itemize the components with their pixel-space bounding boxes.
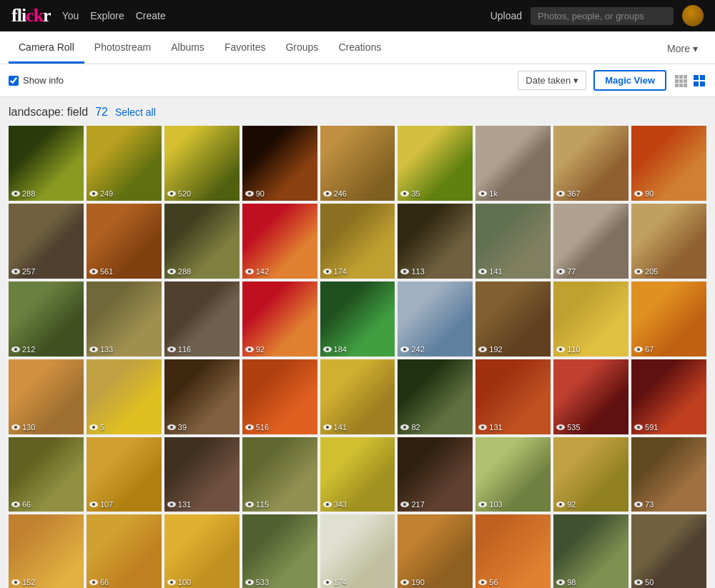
photo-item[interactable]: 90 [242, 126, 317, 201]
eye-icon [634, 347, 643, 352]
photo-item[interactable]: 174 [320, 204, 395, 279]
photo-item[interactable]: 217 [398, 437, 473, 512]
upload-button[interactable]: Upload [490, 10, 522, 21]
eye-icon [478, 502, 487, 507]
photo-item[interactable]: 142 [242, 204, 317, 279]
photo-view-count: 246 [323, 189, 347, 198]
photo-item[interactable]: 130 [9, 359, 84, 434]
photo-item[interactable]: 103 [475, 437, 551, 512]
photo-item[interactable]: 115 [242, 437, 317, 512]
photo-item[interactable]: 205 [631, 204, 706, 279]
photo-item[interactable]: 66 [9, 437, 84, 512]
photo-item[interactable]: 141 [320, 359, 395, 434]
photo-item[interactable]: 107 [87, 437, 162, 512]
photo-item[interactable]: 190 [398, 514, 473, 588]
small-grid-view-button[interactable] [674, 74, 688, 88]
photo-view-count: 288 [11, 189, 35, 198]
photo-item[interactable]: 5 [87, 359, 162, 434]
create-link[interactable]: Create [136, 10, 166, 21]
photo-item[interactable]: 152 [9, 514, 84, 588]
photo-view-count: 533 [245, 578, 269, 587]
photo-item[interactable]: 131 [475, 359, 551, 434]
photo-item[interactable]: 133 [87, 281, 162, 357]
photo-item[interactable]: 92 [242, 281, 317, 357]
you-link[interactable]: You [62, 10, 79, 21]
photo-item[interactable]: 288 [164, 204, 240, 279]
tab-photostream[interactable]: Photostream [84, 31, 161, 64]
photo-view-count: 115 [245, 500, 269, 509]
photo-item[interactable]: 520 [164, 126, 240, 201]
photo-item[interactable]: 90 [631, 126, 706, 201]
eye-icon [556, 191, 565, 196]
flickr-logo[interactable]: flickr [11, 5, 51, 26]
photo-item[interactable]: 561 [87, 204, 162, 279]
photo-view-count: 35 [400, 189, 420, 198]
tab-creations[interactable]: Creations [328, 31, 391, 64]
photo-item[interactable]: 50 [631, 514, 706, 588]
photo-view-count: 98 [556, 578, 576, 587]
photo-item[interactable]: 77 [553, 204, 628, 279]
date-taken-label: Date taken [526, 75, 571, 86]
photo-view-count: 367 [556, 189, 580, 198]
eye-icon [323, 269, 332, 274]
photo-item[interactable]: 174 [320, 514, 395, 588]
photo-item[interactable]: 212 [9, 281, 84, 357]
photo-item[interactable]: 110 [553, 281, 628, 357]
photo-item[interactable]: 67 [631, 281, 706, 357]
photo-item[interactable]: 533 [242, 514, 317, 588]
photo-item[interactable]: 288 [9, 126, 84, 201]
photo-item[interactable]: 141 [475, 204, 551, 279]
photo-view-count: 516 [245, 423, 269, 432]
photo-item[interactable]: 66 [87, 514, 162, 588]
avatar[interactable] [682, 5, 704, 26]
photo-item[interactable]: 242 [398, 281, 473, 357]
eye-icon [634, 191, 643, 196]
gallery-count: 72 [95, 106, 108, 119]
photo-item[interactable]: 367 [553, 126, 628, 201]
photo-item[interactable]: 246 [320, 126, 395, 201]
explore-link[interactable]: Explore [90, 10, 124, 21]
photo-item[interactable]: 343 [320, 437, 395, 512]
photo-item[interactable]: 100 [164, 514, 240, 588]
photo-item[interactable]: 39 [164, 359, 240, 434]
photo-item[interactable]: 249 [87, 126, 162, 201]
photo-view-count: 77 [556, 267, 576, 276]
show-info-checkbox[interactable] [9, 76, 19, 86]
photo-item[interactable]: 98 [553, 514, 628, 588]
tab-groups[interactable]: Groups [275, 31, 328, 64]
photo-view-count: 343 [323, 500, 347, 509]
search-input[interactable] [531, 7, 674, 25]
photo-item[interactable]: 73 [631, 437, 706, 512]
photo-item[interactable]: 591 [631, 359, 706, 434]
select-all-link[interactable]: Select all [115, 106, 156, 118]
photo-item[interactable]: 535 [553, 359, 628, 434]
toolbar-right: Date taken ▾ Magic View [518, 70, 706, 91]
more-button[interactable]: More ▾ [659, 33, 706, 63]
svg-rect-2 [684, 75, 687, 79]
photo-item[interactable]: 116 [164, 281, 240, 357]
photo-item[interactable]: 82 [398, 359, 473, 434]
date-taken-button[interactable]: Date taken ▾ [518, 71, 586, 90]
photo-item[interactable]: 92 [553, 437, 628, 512]
eye-icon [245, 502, 254, 507]
photo-item[interactable]: 35 [398, 126, 473, 201]
photo-item[interactable]: 184 [320, 281, 395, 357]
large-grid-view-button[interactable] [692, 74, 706, 88]
eye-icon [478, 347, 487, 352]
tab-camera-roll[interactable]: Camera Roll [9, 31, 84, 64]
photo-view-count: 192 [478, 345, 502, 354]
show-info-toggle[interactable]: Show info [9, 75, 64, 86]
tab-favorites[interactable]: Favorites [214, 31, 276, 64]
magic-view-button[interactable]: Magic View [593, 70, 666, 91]
tab-albums[interactable]: Albums [161, 31, 214, 64]
photo-item[interactable]: 192 [475, 281, 551, 357]
photo-item[interactable]: 516 [242, 359, 317, 434]
photo-view-count: 103 [478, 500, 502, 509]
photo-item[interactable]: 113 [398, 204, 473, 279]
more-label: More [667, 43, 690, 54]
photo-item[interactable]: 257 [9, 204, 84, 279]
eye-icon [478, 424, 487, 430]
photo-item[interactable]: 131 [164, 437, 240, 512]
photo-item[interactable]: 1k [475, 126, 551, 201]
photo-item[interactable]: 56 [475, 514, 551, 588]
